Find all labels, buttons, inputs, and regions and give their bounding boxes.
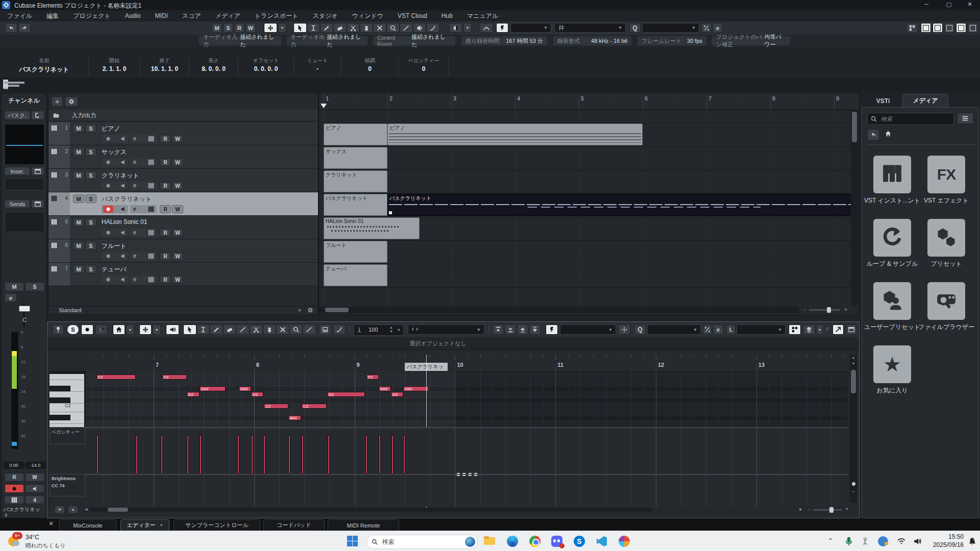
instrument-icon[interactable]: [148, 276, 155, 285]
edit-channel-icon[interactable]: e: [133, 229, 136, 235]
chevron-down-icon[interactable]: ▼: [298, 308, 302, 313]
chrome-icon[interactable]: [529, 535, 541, 547]
editor-range-selection-tool[interactable]: [197, 324, 210, 335]
monitor-icon[interactable]: [119, 253, 127, 262]
velocity-bar[interactable]: [96, 435, 99, 474]
menu-item-6[interactable]: スコア: [175, 10, 208, 22]
record-enable-icon[interactable]: [103, 206, 113, 213]
menu-item-7[interactable]: メディア: [208, 10, 248, 22]
editor-mute-tool[interactable]: [276, 324, 289, 335]
arr-up-button[interactable]: [517, 324, 528, 335]
line-tool[interactable]: [400, 23, 413, 33]
track-presets-button[interactable]: [65, 96, 78, 107]
menu-item-12[interactable]: Hub: [434, 10, 460, 21]
ramp-tool[interactable]: [426, 23, 439, 33]
info-field-value[interactable]: バスクラリネット: [0, 65, 88, 74]
timeline-zoom-handle[interactable]: [827, 307, 831, 313]
piano-keyboard[interactable]: C2: [50, 371, 85, 427]
tray-app-icon[interactable]: [878, 536, 888, 546]
channel-edit-button[interactable]: e: [5, 293, 17, 302]
editor-draw-tool[interactable]: [210, 324, 223, 335]
timeline-h-scrollbar[interactable]: [319, 307, 799, 313]
editor-v-zoom-dot[interactable]: [852, 482, 855, 486]
menu-item-2[interactable]: 編集: [39, 10, 66, 22]
pane-setup-toggle[interactable]: [968, 23, 978, 33]
rack-home-button[interactable]: [885, 130, 895, 139]
event-handle[interactable]: [389, 211, 392, 214]
track-row-7[interactable]: 7MSテューバeRW: [48, 263, 318, 286]
edge-icon[interactable]: [506, 535, 519, 547]
track-read-button[interactable]: R: [160, 252, 171, 260]
channel-mute-button[interactable]: M: [5, 282, 24, 291]
track-write-button[interactable]: W: [172, 158, 183, 166]
media-tile-user-preset[interactable]: [873, 282, 911, 320]
info-field-2[interactable]: 開始2. 1. 1. 0: [89, 56, 140, 77]
track-write-button[interactable]: W: [172, 182, 183, 190]
automation-m-button[interactable]: M: [212, 23, 222, 33]
monitor-icon[interactable]: [119, 206, 127, 215]
rack-search-input[interactable]: 検索: [867, 113, 954, 125]
info-field-value[interactable]: 0: [399, 65, 449, 72]
pane-left-toggle[interactable]: [921, 23, 931, 33]
rack-tab-media[interactable]: メディア: [902, 94, 948, 107]
length-link-dropdown[interactable]: ▼: [408, 324, 484, 335]
nudge-down-button[interactable]: [505, 324, 516, 335]
track-mute-button[interactable]: M: [73, 241, 84, 250]
curve-snap-button[interactable]: [480, 23, 493, 33]
black-key-C#2[interactable]: [50, 397, 70, 403]
grid-type-dropdown[interactable]: ▼: [510, 23, 551, 33]
edit-channel-icon[interactable]: e: [133, 182, 136, 188]
part-list-button[interactable]: [803, 324, 815, 335]
midi-note[interactable]: F2: [96, 374, 136, 380]
track-solo-button[interactable]: S: [85, 124, 96, 133]
taskbar-search-input[interactable]: 検索: [366, 535, 478, 549]
midi-event[interactable]: クラリネット: [324, 170, 387, 192]
track-write-button[interactable]: W: [172, 229, 183, 237]
menu-item-11[interactable]: VST Cloud: [390, 10, 434, 21]
draw-tool[interactable]: [320, 23, 333, 33]
info-field-8[interactable]: ベロシティー0: [399, 56, 449, 77]
project-overview-strip[interactable]: [0, 78, 980, 92]
editor-auto-scroll-dropdown[interactable]: ▼: [153, 324, 161, 335]
scissors-tool[interactable]: [347, 23, 360, 33]
media-tile-file-browser[interactable]: [927, 282, 965, 320]
info-field-6[interactable]: ミュート-: [294, 56, 341, 77]
midi-note[interactable]: A#1: [288, 415, 301, 420]
midi-event[interactable]: バスクラリネット: [324, 194, 387, 216]
editor-v-zoom-plus[interactable]: +: [851, 489, 856, 494]
velocity-bar[interactable]: [251, 435, 253, 474]
clock-widget[interactable]: 15:502025/09/16: [933, 533, 964, 550]
instrument-icon[interactable]: [148, 159, 155, 168]
pin-button[interactable]: [53, 324, 64, 335]
close-button[interactable]: ✕: [961, 1, 978, 8]
track-row-4[interactable]: 4MSバスクラリネットeRW: [48, 192, 318, 216]
menu-item-1[interactable]: ファイル: [0, 10, 39, 22]
velocity-bar[interactable]: [187, 435, 189, 474]
midi-note[interactable]: C2: [302, 404, 327, 409]
edit-channel-icon[interactable]: e: [133, 253, 136, 259]
volume-icon[interactable]: [913, 537, 923, 546]
media-tile-star[interactable]: ★: [873, 345, 911, 383]
rack-back-button[interactable]: [867, 129, 879, 140]
track-read-button[interactable]: R: [160, 135, 171, 143]
antenna-icon[interactable]: [861, 536, 870, 546]
pan-control[interactable]: C: [2, 317, 47, 323]
record-enable-icon[interactable]: [103, 276, 113, 283]
midi-event[interactable]: バスクラリネット: [387, 194, 854, 216]
info-field-3[interactable]: 終了10. 1. 1. 0: [140, 56, 189, 77]
monitor-icon[interactable]: [119, 135, 127, 144]
info-field-value[interactable]: 0. 0. 0. 0: [238, 65, 293, 72]
velocity-bar[interactable]: [200, 435, 202, 474]
channel-solo-button[interactable]: S: [25, 282, 44, 291]
editor-line-tool[interactable]: [236, 324, 250, 335]
velocity-bar[interactable]: [365, 435, 368, 474]
midi-event[interactable]: サックス: [324, 147, 387, 169]
midi-event[interactable]: HALion Sonic 01: [324, 217, 420, 239]
glue-tool[interactable]: [360, 23, 373, 33]
velocity-value[interactable]: 100: [369, 327, 378, 333]
menu-item-13[interactable]: マニュアル: [460, 10, 505, 22]
menu-item-9[interactable]: スタジオ: [306, 10, 345, 22]
auto-scroll-dropdown[interactable]: ▼: [278, 23, 286, 33]
instrument-icon[interactable]: [148, 253, 155, 262]
editor-scroll-left[interactable]: ◄: [83, 506, 89, 514]
